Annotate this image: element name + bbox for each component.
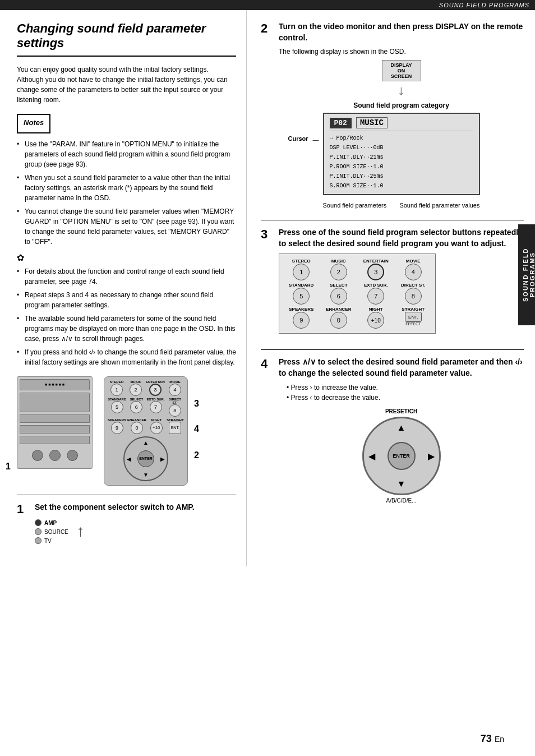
notes-box: Notes <box>17 114 50 133</box>
osd-param-row-1: DSP LEVEL····0dB <box>330 143 473 153</box>
callout-3: 3 <box>194 399 199 409</box>
step2-sub: The following display is shown in the OS… <box>279 48 524 56</box>
preset-ch-label: PRESET/CH <box>385 408 417 414</box>
step3-heading: Press one of the sound field program sel… <box>279 227 524 249</box>
divider-2 <box>261 220 524 220</box>
source-switch-item: SOURCE <box>35 528 68 535</box>
nav-outer-wheel: ENTER ▲ ▼ ◀ ▶ <box>362 417 441 495</box>
intro-text: You can enjoy good quality sound with th… <box>17 64 236 105</box>
source-dot <box>35 528 41 535</box>
left-column: Changing sound field parameter settings … <box>0 10 247 566</box>
amp-row2 <box>20 425 90 434</box>
ab-label: A/B/C/D/E... <box>386 497 417 504</box>
tv-dot <box>35 537 41 544</box>
step2-container: 2 Turn on the video monitor and then pre… <box>261 21 524 209</box>
remote-btn-night: NIGHT +10 <box>147 418 165 434</box>
remote-btn-entertain: ENTERTAIN 3 <box>146 380 165 396</box>
down-arrow-large: ↓ <box>398 84 405 97</box>
osd-p02: P02 <box>330 118 352 128</box>
nav-enter-center[interactable]: ENTER <box>388 442 416 470</box>
amp-row3 <box>20 436 90 444</box>
btn-select: SELECT 6 <box>321 283 357 305</box>
remote-mid-row1: STANDARD 5 SELECT 6 EXTD SUR. 7 DIRECT <box>108 398 184 417</box>
amp-knob-3 <box>67 450 78 461</box>
remote-btn-speakers: SPEAKERS 9 <box>108 418 126 434</box>
cursor-label: Cursor <box>288 135 308 142</box>
remote-btn-enhancer: ENHANCER 0 <box>127 418 146 434</box>
osd-category-label: Sound field program category <box>279 102 524 109</box>
step2-content: Turn on the video monitor and then press… <box>279 21 524 209</box>
remote-btn-movie: MOVIE 4 <box>166 380 184 396</box>
remote-top-row: STEREO 1 MUSIC 2 ENTERTAIN 3 MOVIE <box>108 380 184 396</box>
side-tab: SOUND FIELD PROGRAMS <box>518 224 535 325</box>
step4-bullet-2: Press ‹ to decrease the value. <box>287 394 524 402</box>
sound-field-params-label: Sound field parameters <box>323 202 387 209</box>
remote-btn-standard: STANDARD 5 <box>108 398 126 417</box>
tip-3: The available sound field parameters for… <box>17 314 236 344</box>
btn-straight: STRAIGHT ENT. EFFECT <box>396 307 431 329</box>
step4-container: 4 Press ∧/∨ to select the desired sound … <box>261 357 524 503</box>
btn-stereo: STEREO 1 <box>284 259 319 280</box>
step4-heading: Press ∧/∨ to select the desired sound fi… <box>279 357 524 379</box>
sound-field-values-label: Sound field parameter values <box>399 202 479 209</box>
osd-param-row-5: S.ROOM SIZE··1.0 <box>330 181 473 191</box>
osd-param-row-3: P.ROOM SIZE··1.0 <box>330 162 473 172</box>
nav-right-arrow[interactable]: ▶ <box>428 450 435 461</box>
page-number: 73 En <box>481 733 504 745</box>
amp-display <box>20 393 90 412</box>
osd-top-row: P02 MUSIC <box>330 117 473 131</box>
remote-button-grid: STEREO 1 MUSIC 2 ENTERTAIN 3 <box>279 253 436 334</box>
nav-down-arrow[interactable]: ▼ <box>397 479 406 489</box>
btn-night: NIGHT +10 <box>358 307 394 329</box>
display-btn-wrap: DISPLAY ON SCREEN ↓ <box>279 60 524 97</box>
right-column: 2 Turn on the video monitor and then pre… <box>247 10 535 566</box>
osd-wrapper: Cursor — P02 MUSIC → Pop/Rock DSP L <box>323 113 480 195</box>
notes-item-1: Use the "PARAM. INI" feature in "OPTION … <box>17 139 236 169</box>
remote-down-arrow: ▼ <box>143 472 149 478</box>
main-content: Changing sound field parameter settings … <box>0 10 535 566</box>
step1-body: 1 Set the component selector switch to A… <box>17 502 236 545</box>
osd-param-row-4: P.INIT.DLY··25ms <box>330 172 473 181</box>
btn-music: MUSIC 2 <box>321 259 357 280</box>
step4-body: 4 Press ∧/∨ to select the desired sound … <box>261 357 524 503</box>
source-label: SOURCE <box>44 529 68 535</box>
btn-extd: EXTD SUR. 7 <box>358 283 394 305</box>
cursor-arrow: — <box>313 136 319 143</box>
notes-item-3: You cannot change the sound field parame… <box>17 206 236 247</box>
remote-nav-area: ENTER ▲ ▼ ◀ ▶ <box>108 436 184 481</box>
step1-number: 1 <box>17 502 30 517</box>
amp-device-wrapper: ■ ■ ■ ■ ■ ■ 1 <box>17 376 93 469</box>
amp-label: AMP <box>44 520 57 526</box>
step3-content: Press one of the sound field program sel… <box>279 227 524 338</box>
up-arrow-indicator: ↑ <box>77 522 85 540</box>
tips-list: For details about the function and contr… <box>17 266 236 367</box>
remote-btn-stereo: STEREO 1 <box>108 380 126 396</box>
callout-2: 2 <box>194 450 199 460</box>
btn-enhancer: ENHANCER 0 <box>321 307 357 329</box>
divider-3 <box>261 349 524 350</box>
display-button[interactable]: DISPLAY ON SCREEN <box>382 60 421 81</box>
amp-top-panel: ■ ■ ■ ■ ■ ■ <box>20 379 90 390</box>
remote-btn-select: SELECT 6 <box>127 398 145 417</box>
step3-number: 3 <box>261 227 274 242</box>
step4-number: 4 <box>261 357 274 371</box>
remote-row-3: SPEAKERS 9 ENHANCER 0 NIGHT +10 <box>284 307 431 329</box>
nav-up-arrow[interactable]: ▲ <box>397 423 406 433</box>
amp-knob-2 <box>49 450 61 461</box>
nav-wheel-area: PRESET/CH ENTER ▲ ▼ ◀ ▶ A/B/C/D/E... <box>279 408 524 504</box>
remote-btn-direct: DIRECT ST. 8 <box>166 398 184 417</box>
nav-left-arrow[interactable]: ◀ <box>368 450 375 461</box>
amp-device: ■ ■ ■ ■ ■ ■ <box>17 376 93 469</box>
step2-number: 2 <box>261 21 274 36</box>
osd-display: P02 MUSIC → Pop/Rock DSP LEVEL····0dB P.… <box>323 113 480 195</box>
remote-device-wrapper: STEREO 1 MUSIC 2 ENTERTAIN 3 MOVIE <box>104 376 188 486</box>
remote-right-arrow: ▶ <box>160 455 165 462</box>
step3-body: 3 Press one of the sound field program s… <box>261 227 524 338</box>
osd-music: MUSIC <box>356 117 388 128</box>
osd-arrow-row: → Pop/Rock <box>330 133 473 143</box>
remote-device: STEREO 1 MUSIC 2 ENTERTAIN 3 MOVIE <box>104 376 188 486</box>
btn-entertain: ENTERTAIN 3 <box>358 259 394 280</box>
step1-container: 1 Set the component selector switch to A… <box>17 502 236 545</box>
osd-params: → Pop/Rock DSP LEVEL····0dB P.INIT.DLY··… <box>330 133 473 191</box>
step2-heading: Turn on the video monitor and then press… <box>279 21 524 43</box>
